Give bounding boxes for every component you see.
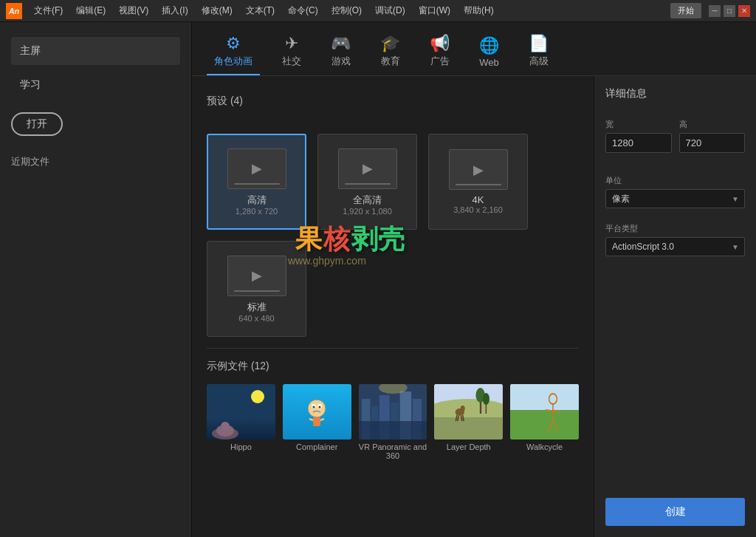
dimensions-section: 宽 高 <box>605 119 745 160</box>
tab-advanced[interactable]: 📄 高级 <box>521 30 556 75</box>
preset-hd-thumb: ▶ <box>227 148 286 189</box>
menu-view[interactable]: 视图(V) <box>113 3 154 18</box>
example-vr-thumb <box>359 384 427 439</box>
tab-web[interactable]: 🌐 Web <box>472 32 506 75</box>
preset-4k[interactable]: ▶ 4K 3,840 x 2,160 <box>428 134 528 230</box>
example-layer-thumb <box>434 384 503 439</box>
menu-window[interactable]: 窗口(W) <box>413 3 456 18</box>
complainer-svg <box>298 394 335 431</box>
sidebar: 主屏 学习 打开 近期文件 <box>0 22 192 537</box>
height-label: 高 <box>679 119 746 130</box>
svg-rect-33 <box>510 384 579 410</box>
svg-line-10 <box>320 419 324 420</box>
unit-label: 单位 <box>605 175 745 186</box>
close-button[interactable]: ✕ <box>738 5 750 17</box>
examples-section-title: 示例文件 (12) <box>207 360 579 373</box>
menu-modify[interactable]: 修改(M) <box>196 3 238 18</box>
example-vr[interactable]: VR Panoramic and 360 <box>359 384 427 460</box>
menu-insert[interactable]: 插入(I) <box>156 3 193 18</box>
tab-character[interactable]: ⚙ 角色动画 <box>207 30 260 75</box>
example-layer-label: Layer Depth <box>434 442 503 451</box>
open-button[interactable]: 打开 <box>11 112 63 136</box>
platform-section: 平台类型 ActionScript 3.0 ActionScript 2.0 H… <box>605 223 745 256</box>
preset-standard[interactable]: ▶ 标准 640 x 480 <box>207 241 306 337</box>
menu-help[interactable]: 帮助(H) <box>458 3 500 18</box>
example-hippo[interactable]: Hippo <box>207 384 275 460</box>
tab-ad-label: 广告 <box>430 55 450 68</box>
app-logo: An <box>6 3 22 19</box>
play-icon-4: ▶ <box>252 267 262 284</box>
tab-advanced-label: 高级 <box>529 55 549 68</box>
example-hippo-label: Hippo <box>207 442 275 451</box>
start-button[interactable]: 开始 <box>670 3 701 18</box>
preset-standard-size: 640 x 480 <box>238 314 274 323</box>
dimensions-row: 宽 高 <box>605 119 745 153</box>
main-layout: 主屏 学习 打开 近期文件 ⚙ 角色动画 ✈ 社交 🎮 游戏 � <box>0 22 756 537</box>
category-tabs: ⚙ 角色动画 ✈ 社交 🎮 游戏 🎓 教育 📢 广告 🌐 Web <box>192 22 756 76</box>
tab-ad[interactable]: 📢 广告 <box>422 30 457 75</box>
width-input[interactable] <box>605 133 672 153</box>
height-input[interactable] <box>679 133 746 153</box>
tab-education[interactable]: 🎓 教育 <box>373 30 408 75</box>
preset-fullhd-size: 1,920 x 1,080 <box>343 207 392 216</box>
example-hippo-thumb <box>207 384 275 439</box>
width-label: 宽 <box>605 119 672 130</box>
examples-grid: Hippo <box>207 384 579 460</box>
svg-rect-8 <box>313 417 320 426</box>
social-icon: ✈ <box>285 35 298 52</box>
platform-select[interactable]: ActionScript 3.0 ActionScript 2.0 HTML5 … <box>605 237 745 256</box>
svg-point-3 <box>308 400 326 417</box>
example-walk[interactable]: Walkcycle <box>510 384 579 460</box>
preset-fullhd-thumb: ▶ <box>338 148 397 189</box>
education-icon: 🎓 <box>380 35 400 52</box>
unit-select-wrap: 像素 英寸 厘米 ▼ <box>605 189 745 208</box>
minimize-button[interactable]: ─ <box>709 5 721 17</box>
advanced-icon: 📄 <box>529 35 549 52</box>
unit-select[interactable]: 像素 英寸 厘米 <box>605 189 745 208</box>
presets-container: 预设 (4) ▶ 高清 1,280 x 720 ▶ <box>207 95 579 337</box>
preset-hd[interactable]: ▶ 高清 1,280 x 720 <box>207 134 306 230</box>
height-field: 高 <box>679 119 746 153</box>
tab-game[interactable]: 🎮 游戏 <box>323 30 358 75</box>
presets-section-title: 预设 (4) <box>207 95 579 108</box>
svg-rect-22 <box>434 417 503 439</box>
example-complainer-label: Complainer <box>283 442 351 451</box>
example-vr-label: VR Panoramic and 360 <box>359 442 427 460</box>
tab-education-label: 教育 <box>381 55 400 68</box>
hippo-svg <box>207 410 251 439</box>
menu-control[interactable]: 控制(O) <box>326 3 368 18</box>
details-title: 详细信息 <box>605 87 745 100</box>
svg-point-26 <box>483 393 489 405</box>
restore-button[interactable]: □ <box>724 5 735 17</box>
sidebar-item-home[interactable]: 主屏 <box>11 37 180 65</box>
example-complainer[interactable]: Complainer <box>283 384 351 460</box>
walk-svg <box>510 384 579 439</box>
presets-area: 预设 (4) ▶ 高清 1,280 x 720 ▶ <box>192 76 594 537</box>
example-walk-thumb <box>510 384 579 439</box>
preset-standard-name: 标准 <box>247 301 267 314</box>
menu-file[interactable]: 文件(F) <box>28 3 69 18</box>
svg-point-7 <box>319 406 321 408</box>
window-controls: ─ □ ✕ <box>709 5 750 17</box>
example-complainer-thumb <box>283 384 351 439</box>
create-button[interactable]: 创建 <box>605 498 745 526</box>
menu-edit[interactable]: 编辑(E) <box>70 3 111 18</box>
preset-hd-size: 1,280 x 720 <box>236 207 278 216</box>
svg-rect-34 <box>510 410 579 439</box>
preset-fullhd[interactable]: ▶ 全高清 1,920 x 1,080 <box>317 134 417 230</box>
tab-character-label: 角色动画 <box>214 55 252 68</box>
menu-text[interactable]: 文本(T) <box>240 3 281 18</box>
sidebar-item-learn[interactable]: 学习 <box>11 71 180 99</box>
menu-command[interactable]: 命令(C) <box>282 3 324 18</box>
menu-debug[interactable]: 调试(D) <box>369 3 411 18</box>
recent-files-label: 近期文件 <box>11 149 180 174</box>
ad-icon: 📢 <box>430 35 450 52</box>
tab-social[interactable]: ✈ 社交 <box>275 30 309 75</box>
content-area: ⚙ 角色动画 ✈ 社交 🎮 游戏 🎓 教育 📢 广告 🌐 Web <box>192 22 756 537</box>
svg-point-28 <box>461 406 465 411</box>
city-svg <box>359 384 427 439</box>
title-bar: An 文件(F) 编辑(E) 视图(V) 插入(I) 修改(M) 文本(T) 命… <box>0 0 756 22</box>
details-panel: 详细信息 宽 高 单位 <box>594 76 756 537</box>
example-layer[interactable]: Layer Depth <box>434 384 503 460</box>
main-content: 预设 (4) ▶ 高清 1,280 x 720 ▶ <box>192 76 756 537</box>
